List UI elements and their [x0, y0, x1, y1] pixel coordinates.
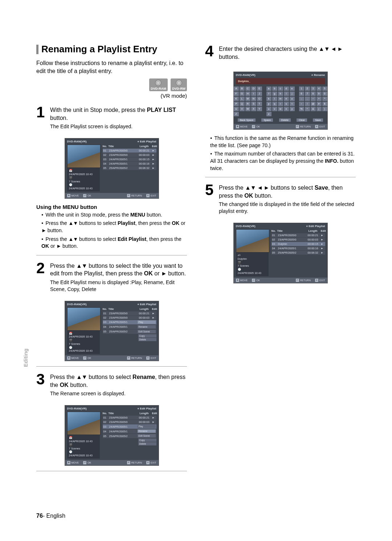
manual-page: Editing Renaming a Playlist Entry Follow…: [0, 0, 392, 541]
screenshot-rename-selected: DVD-RAM(VR) ♦ Edit Playlist 📅 24/APR/200…: [65, 405, 159, 466]
list-item: Press the ▲▼ buttons to select Edit Play…: [41, 236, 187, 250]
key: g: [272, 92, 277, 96]
rename-field: Dolphin_: [236, 78, 325, 84]
step-body: With the unit in Stop mode, press the PL…: [50, 105, 187, 134]
right-column: 4 Enter the desired characters using the…: [205, 44, 356, 476]
divider: [36, 471, 187, 471]
screenshot-edit-playlist: DVD-RAM(VR) ♦ Edit Playlist 📅 24/APR/200…: [65, 138, 159, 199]
key: U: [234, 107, 239, 111]
key: Z: [234, 112, 239, 116]
key: %: [299, 107, 304, 111]
disc-badge-ram: DVD-RAM: [149, 78, 168, 91]
step-subtext: The Rename screen is displayed.: [50, 390, 187, 397]
table-row: 0525/APR/2005/2Edit Scene: [103, 330, 156, 334]
screenshot-context-menu: DVD-RAM(VR) ♦ Edit Playlist 📅 24/APR/200…: [65, 301, 159, 362]
keyboard-actions: Back SpaceSpaceDeleteClearSave: [234, 118, 327, 124]
key: H: [245, 92, 250, 96]
key: ^: [305, 107, 310, 111]
table-row: 0123/APR/2005/000:00:21►: [271, 233, 325, 237]
table-row: 0324/APR/2005/1Play: [103, 320, 156, 324]
key: l: [272, 97, 277, 101]
key: d: [284, 86, 289, 91]
table-row: 0123/APR/2005/000:00:21►: [103, 149, 156, 153]
page-footer: 76- English: [36, 513, 65, 519]
table-row: 0223/APR/2005/000:00:03►: [103, 316, 156, 320]
step-number: 3: [36, 372, 46, 401]
key: A: [234, 86, 239, 91]
table-row: 0324/APR/2005/100:00:15►: [103, 157, 156, 161]
step-number: 2: [36, 261, 46, 297]
step4-notes: This function is the same as the Rename …: [205, 135, 356, 172]
screenshot-result: DVD-RAM(VR) ♦ Edit Playlist 🏷 Dolphin 🎬 …: [233, 223, 328, 283]
step-body: Press the ▲▼ buttons to select the title…: [50, 261, 187, 297]
key: e: [290, 86, 295, 91]
key: 6: [299, 92, 304, 96]
table-row: 0223/APR/2005/000:00:03►: [103, 153, 156, 157]
key: 4: [317, 86, 322, 91]
step-1: 1 With the unit in Stop mode, press the …: [36, 105, 187, 134]
step-subtext: The Edit Playlist menu is displayed :Pla…: [50, 279, 187, 293]
key: 9: [317, 92, 322, 96]
key: E: [257, 86, 262, 91]
table-row: 0424/APR/2005/1Rename: [103, 429, 156, 433]
key: &: [311, 107, 316, 111]
key: .: [305, 97, 310, 101]
table-row: 0324/APR/2005/1Play: [103, 424, 156, 429]
key: u: [266, 107, 271, 111]
keyboard-action: Save: [313, 118, 323, 122]
key: ﹡: [299, 102, 304, 106]
key: a: [266, 86, 271, 91]
key: C: [245, 86, 250, 91]
key: c: [278, 86, 283, 91]
key: i: [284, 92, 289, 96]
table-row: 0123/APR/2005/000:00:21►: [103, 311, 156, 315]
divider: [36, 255, 187, 255]
key: 0: [322, 92, 327, 96]
key: y: [290, 107, 295, 111]
key: W: [245, 107, 250, 111]
thumbnail: [236, 229, 269, 253]
step-body: Press the ▲▼ buttons to select Rename, t…: [50, 372, 187, 401]
key: Y: [257, 107, 262, 111]
table-row: 0424/APR/2005/1Rename: [103, 325, 156, 329]
key: q: [272, 102, 277, 106]
key: J: [257, 92, 262, 96]
disc-badge-rw: DVD-RW: [171, 78, 187, 91]
table-row: 0525/APR/2005/200:06:32►: [103, 166, 156, 170]
disc-badges: DVD-RAM DVD-RW: [36, 78, 187, 91]
key: B: [240, 86, 245, 91]
key: Q: [240, 102, 245, 106]
key: f: [266, 92, 271, 96]
list-item: Press the ▲▼ buttons to select Playlist,…: [41, 220, 187, 234]
key: ~: [311, 97, 316, 101]
screen-header-right: ♦ Edit Playlist: [138, 140, 156, 143]
list-item: This function is the same as the Rename …: [210, 135, 356, 149]
onscreen-keyboard: ABCDEabcde12345FGHIJfghij67890KLMNOklmno…: [234, 86, 327, 118]
left-column: Renaming a Playlist Entry Follow these i…: [36, 44, 187, 476]
key: #: [317, 102, 322, 106]
key: (: [317, 107, 322, 111]
table-row: 0223/APR/2005/000:00:03►: [103, 420, 156, 424]
key: w: [278, 107, 283, 111]
thumb-meta: 📅 24/APR/2005 10:43 🎬 7 Scenes 🕐 24/APR/…: [67, 168, 100, 191]
key: s: [284, 102, 289, 106]
key: P: [234, 102, 239, 106]
key: @: [311, 102, 316, 106]
key: k: [266, 97, 271, 101]
key: *: [322, 97, 327, 101]
key: ): [322, 107, 327, 111]
two-column-layout: Renaming a Playlist Entry Follow these i…: [36, 44, 356, 476]
thumbnail: [67, 307, 101, 331]
divider: [205, 177, 356, 177]
key: z: [266, 112, 271, 116]
step-2: 2 Press the ▲▼ buttons to select the tit…: [36, 261, 187, 297]
key: V: [240, 107, 245, 111]
key: S: [251, 102, 256, 106]
step-subtext: The changed title is displayed in the ti…: [219, 201, 356, 215]
key: n: [284, 97, 289, 101]
table-row: 0123/APR/2005/000:00:21►: [103, 416, 156, 420]
key: N: [251, 97, 256, 101]
key: p: [266, 102, 271, 106]
key: t: [290, 102, 295, 106]
step-subtext: The Edit Playlist screen is displayed.: [50, 123, 187, 130]
